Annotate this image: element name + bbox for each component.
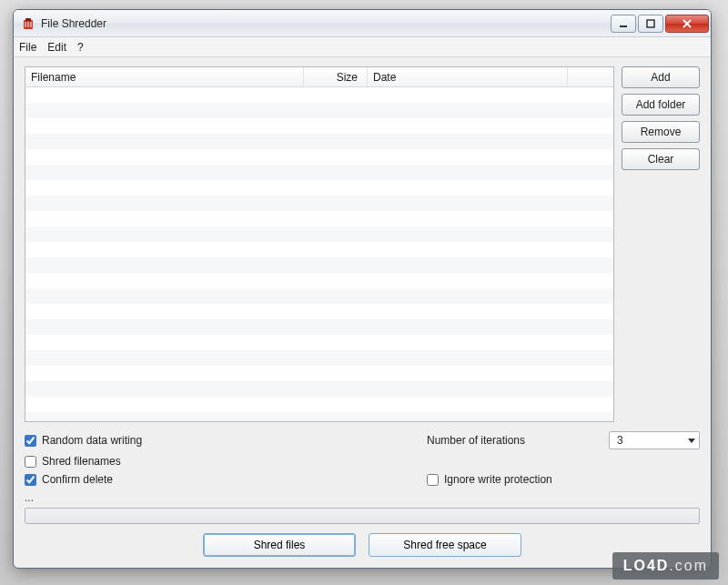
watermark-suffix: .com	[669, 558, 708, 573]
options-panel: Random data writing Number of iterations…	[25, 431, 700, 486]
menu-file[interactable]: File	[19, 41, 36, 54]
watermark: LO4D.com	[612, 552, 719, 580]
listview-body[interactable]	[25, 87, 613, 421]
side-button-column: Add Add folder Remove Clear	[622, 66, 700, 422]
add-button[interactable]: Add	[622, 66, 700, 88]
shred-filenames-option[interactable]: Shred filenames	[25, 455, 418, 468]
column-filename[interactable]: Filename	[25, 67, 304, 86]
status-text: ...	[25, 491, 700, 504]
file-list-area: Filename Size Date	[25, 66, 614, 422]
maximize-button[interactable]	[638, 15, 663, 33]
random-data-writing-option[interactable]: Random data writing	[25, 434, 418, 447]
clear-button[interactable]: Clear	[622, 148, 700, 170]
ignore-write-protection-label: Ignore write protection	[444, 473, 552, 486]
maximize-icon	[646, 19, 655, 28]
window-title: File Shredder	[41, 17, 609, 30]
iterations-label: Number of iterations	[427, 434, 600, 447]
upper-panel: Filename Size Date Add Add folder Remove…	[25, 66, 700, 422]
shred-filenames-label: Shred filenames	[42, 455, 121, 468]
column-date[interactable]: Date	[368, 67, 568, 86]
shred-filenames-checkbox[interactable]	[25, 456, 36, 468]
minimize-button[interactable]	[611, 15, 636, 33]
app-window: File Shredder File Edit ? Filename Size	[13, 9, 712, 569]
column-spacer	[568, 67, 613, 86]
confirm-delete-checkbox[interactable]	[25, 474, 36, 486]
confirm-delete-option[interactable]: Confirm delete	[25, 473, 418, 486]
ignore-write-protection-option[interactable]: Ignore write protection	[427, 473, 700, 486]
chevron-down-icon	[688, 439, 695, 443]
iterations-value: 3	[617, 434, 623, 447]
iterations-select[interactable]: 3	[609, 431, 700, 449]
content-area: Filename Size Date Add Add folder Remove…	[14, 57, 711, 568]
app-icon	[21, 16, 35, 31]
add-folder-button[interactable]: Add folder	[622, 94, 700, 116]
minimize-icon	[619, 19, 628, 28]
titlebar[interactable]: File Shredder	[14, 10, 711, 37]
remove-button[interactable]: Remove	[622, 121, 700, 143]
ignore-write-protection-checkbox[interactable]	[427, 474, 439, 486]
shred-files-button[interactable]: Shred files	[203, 533, 356, 557]
menubar: File Edit ?	[14, 37, 711, 57]
progress-bar	[25, 508, 700, 524]
svg-rect-6	[647, 20, 654, 27]
menu-help[interactable]: ?	[77, 41, 84, 54]
shred-free-space-button[interactable]: Shred free space	[369, 533, 521, 557]
close-icon	[682, 18, 693, 29]
random-data-writing-checkbox[interactable]	[25, 435, 36, 447]
column-size[interactable]: Size	[304, 67, 368, 86]
file-listview[interactable]: Filename Size Date	[25, 66, 614, 422]
watermark-brand: LO4D	[623, 558, 670, 573]
menu-edit[interactable]: Edit	[47, 41, 66, 54]
action-bar: Shred files Shred free space	[25, 524, 700, 560]
listview-header: Filename Size Date	[25, 67, 613, 87]
close-button[interactable]	[665, 15, 709, 33]
random-data-writing-label: Random data writing	[42, 434, 142, 447]
svg-rect-1	[25, 18, 31, 21]
confirm-delete-label: Confirm delete	[42, 473, 113, 486]
